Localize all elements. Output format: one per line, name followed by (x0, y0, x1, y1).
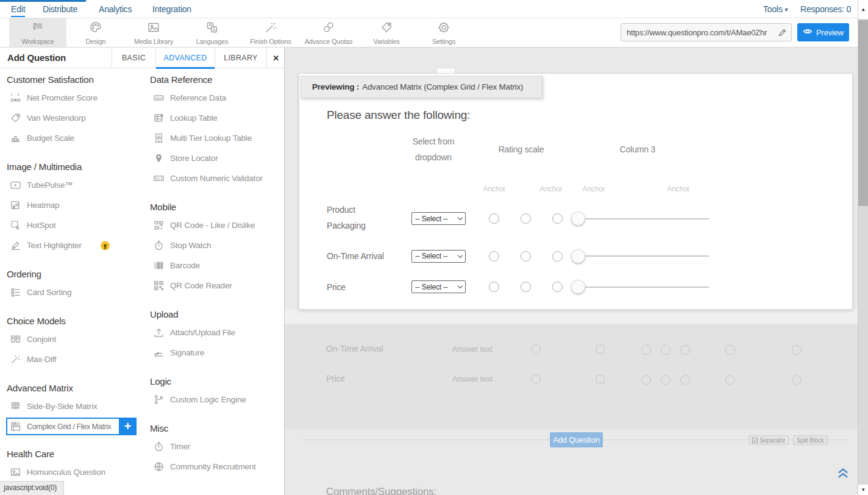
tools-menu[interactable]: Tools ▾ (763, 4, 788, 14)
disabled-radio[interactable] (680, 345, 690, 355)
matrix-select-dropdown[interactable]: -- Select -- (411, 280, 466, 293)
sidebar-item-stop-watch[interactable]: Stop Watch (150, 235, 283, 255)
add-selected-question-button[interactable]: + (119, 418, 137, 435)
survey-url-input[interactable]: https://www.questionpro.com/t/AMae0Zhr (621, 23, 792, 41)
sidebar-item-label: Community Recruitment (170, 462, 256, 471)
disabled-checkbox[interactable] (596, 375, 605, 383)
separator-button[interactable]: Separator (749, 435, 789, 445)
sidebar-section-header: Upload (150, 310, 283, 319)
toolbar-button-design[interactable]: Design (67, 18, 124, 47)
add-question-button[interactable]: Add Question (550, 432, 603, 447)
sidebar-item-barcode[interactable]: Barcode (150, 255, 283, 276)
matrix-radio[interactable] (489, 282, 499, 292)
sidebar-item-tubepulse[interactable]: TubePulse™ (7, 175, 146, 195)
matrix-radio[interactable] (552, 282, 563, 292)
slider-track[interactable] (578, 218, 709, 219)
slider-track[interactable] (578, 287, 709, 288)
slider-handle[interactable] (571, 212, 585, 226)
toolbar-button-advance-quotas[interactable]: Advance Quotas (300, 18, 357, 47)
sidebar-item-qr-code-like-dislike[interactable]: QR Code - Like / Dislike (150, 215, 283, 235)
sidebar-item-card-sorting[interactable]: Card Sorting (7, 282, 146, 302)
tab-library[interactable]: LIBRARY (215, 48, 266, 68)
scrollbar-thumb[interactable] (858, 20, 868, 206)
toolbar: WorkspaceDesignMedia LibraryALanguagesFi… (0, 18, 868, 48)
sidebar-item-net-promoter-score[interactable]: 15Net Promoter Score (7, 88, 146, 108)
bars-icon (9, 133, 21, 143)
sidebar-item-custom-numeric-validator[interactable]: #Custom Numeric Validator (150, 168, 283, 188)
matrix-radio[interactable] (521, 251, 531, 262)
matrix-radio[interactable] (521, 282, 531, 292)
nav-item-integration[interactable]: Integration (152, 4, 191, 14)
tab-advanced[interactable]: ADVANCED (155, 48, 215, 68)
sidebar-item-custom-logic-engine[interactable]: Custom Logic Engine (150, 390, 283, 410)
sidebar-item-van-westendorp[interactable]: Van Westendorp (7, 108, 146, 128)
disabled-checkbox[interactable] (596, 345, 605, 354)
matrix-select-dropdown[interactable]: -- Select -- (411, 212, 466, 225)
nav-item-distribute[interactable]: Distribute (43, 4, 77, 14)
matrix-radio[interactable] (489, 251, 499, 262)
nav-item-analytics[interactable]: Analytics (99, 4, 132, 14)
disabled-radio[interactable] (792, 375, 802, 385)
toolbar-button-finish-options[interactable]: Finish Options (242, 18, 299, 47)
disabled-radio[interactable] (725, 345, 735, 355)
matrix-select-dropdown[interactable]: -- Select -- (411, 250, 466, 263)
sidebar-item-label: HotSpot (27, 221, 55, 230)
sidebar-item-reference-data[interactable]: 94123Reference Data (150, 88, 283, 108)
toolbar-button-label: Workspace (21, 38, 54, 45)
sidebar-item-max-diff[interactable]: Max-Diff (7, 349, 146, 369)
edit-url-pencil-icon[interactable] (772, 28, 791, 37)
disabled-radio[interactable] (531, 374, 541, 384)
sidebar-item-homunculus-question[interactable]: Homunculus Question (7, 462, 146, 482)
sidebar-item-hotspot[interactable]: HotSpot (7, 215, 146, 235)
toolbar-button-workspace[interactable]: Workspace (9, 18, 66, 47)
disabled-radio[interactable] (641, 375, 651, 385)
sidebar-item-text-highlighter[interactable]: Text Highlighter (7, 235, 146, 255)
toolbar-button-media-library[interactable]: Media Library (125, 18, 182, 47)
scrollbar[interactable]: ▲ ▼ (858, 0, 868, 495)
nav-item-edit[interactable]: Edit (11, 4, 25, 17)
scroll-to-top-icon[interactable] (835, 465, 851, 483)
responses-count[interactable]: Responses: 0 (800, 4, 851, 14)
sidebar-item-timer[interactable]: Timer (150, 436, 283, 457)
sidebar-item-lookup-table[interactable]: Lookup Table (150, 108, 283, 128)
sidebar-item-attach-upload-file[interactable]: Attach/Upload File (150, 322, 283, 343)
sidebar-item-community-recruitment[interactable]: Community Recruitment (150, 457, 283, 477)
survey-url-value[interactable]: https://www.questionpro.com/t/AMae0Zhr (621, 28, 772, 37)
toolbar-button-languages[interactable]: ALanguages (183, 18, 241, 47)
sidebar-item-qr-code-reader[interactable]: QR Code Reader (150, 276, 283, 296)
disabled-radio[interactable] (641, 345, 651, 355)
sidebar-item-conjoint[interactable]: Conjoint (7, 329, 146, 349)
preview-button[interactable]: Preview (797, 23, 849, 41)
disabled-radio[interactable] (661, 375, 671, 385)
slider-track[interactable] (578, 255, 709, 257)
sidebar-item-heatmap[interactable]: Heatmap (7, 195, 146, 215)
sidebar-item-store-locator[interactable]: Store Locator (150, 148, 283, 168)
sidebar-item-side-by-side-matrix[interactable]: Side-By-Side Matrix (7, 396, 146, 416)
qrreader-icon (152, 280, 165, 291)
matrix-radio[interactable] (552, 213, 563, 224)
disabled-radio[interactable] (680, 375, 690, 385)
slider-handle[interactable] (571, 280, 585, 294)
split-block-button[interactable]: Split Block (793, 435, 828, 445)
matrix-radio[interactable] (489, 213, 499, 224)
disabled-radio[interactable] (725, 375, 735, 385)
close-icon[interactable]: ✕ (266, 48, 285, 68)
sidebar-item-signature[interactable]: Signature (150, 343, 283, 363)
sidebar-item-complex-grid-flex-matrix[interactable]: Complex Grid / Flex Matrix+ (6, 418, 137, 435)
sidebar-item-multi-tier-lookup-table[interactable]: Multi Tier Lookup Table (150, 128, 283, 148)
disabled-radio[interactable] (531, 344, 541, 354)
tab-basic[interactable]: BASIC (112, 48, 155, 68)
hotspot-icon (9, 220, 21, 230)
disabled-radio[interactable] (792, 345, 802, 355)
slider-handle[interactable] (571, 249, 585, 263)
matrix-radio[interactable] (521, 213, 531, 224)
media-icon (147, 21, 160, 37)
matrix-radio[interactable] (552, 251, 563, 262)
toolbar-button-variables[interactable]: Variables (358, 18, 415, 47)
disabled-radio[interactable] (661, 345, 671, 355)
scroll-down-arrow[interactable]: ▼ (858, 485, 868, 495)
sidebar-item-budget-scale[interactable]: Budget Scale (7, 128, 146, 148)
toolbar-button-settings[interactable]: Settings (415, 18, 472, 47)
preview-panel: Previewing : Advanced Matrix (Complex Gr… (299, 73, 853, 310)
scroll-up-arrow[interactable]: ▲ (858, 0, 868, 19)
